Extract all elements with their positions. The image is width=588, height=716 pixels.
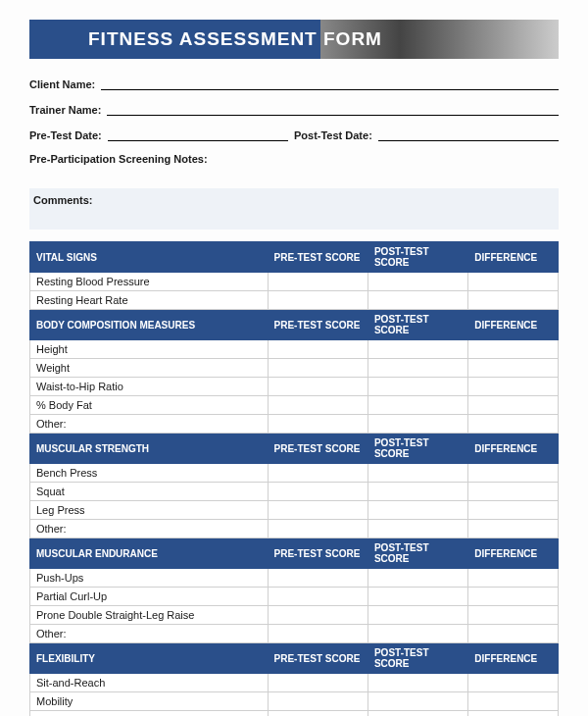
table-row: Leg Press xyxy=(30,501,559,520)
pre-score-cell[interactable] xyxy=(268,588,368,606)
table-row: Sit-and-Reach xyxy=(30,674,559,692)
pre-test-date-label: Pre-Test Date: xyxy=(29,129,102,141)
pre-score-cell[interactable] xyxy=(268,359,368,378)
difference-cell[interactable] xyxy=(468,378,559,396)
pre-test-date-input[interactable] xyxy=(108,128,288,141)
post-score-cell[interactable] xyxy=(368,674,467,692)
col-pre: PRE-TEST SCORE xyxy=(268,434,368,464)
col-pre: PRE-TEST SCORE xyxy=(268,242,368,273)
post-score-cell[interactable] xyxy=(368,483,467,501)
post-score-cell[interactable] xyxy=(368,464,467,483)
table-row: Other: xyxy=(30,520,559,538)
metric-name: Squat xyxy=(30,483,269,501)
post-score-cell[interactable] xyxy=(368,692,467,711)
trainer-name-label: Trainer Name: xyxy=(29,104,101,116)
client-name-row: Client Name: xyxy=(29,77,559,90)
col-pre: PRE-TEST SCORE xyxy=(268,310,368,340)
metric-name: Weight xyxy=(30,359,269,378)
post-test-date-input[interactable] xyxy=(378,128,559,141)
post-score-cell[interactable] xyxy=(368,569,467,588)
metric-name: Other: xyxy=(30,625,269,643)
difference-cell[interactable] xyxy=(468,340,559,359)
section-title: MUSCULAR ENDURANCE xyxy=(30,538,269,569)
section-header: VITAL SIGNSPRE-TEST SCOREPOST-TEST SCORE… xyxy=(30,242,559,273)
table-row: Other: xyxy=(30,415,559,434)
post-score-cell[interactable] xyxy=(368,359,467,378)
post-score-cell[interactable] xyxy=(368,273,467,291)
client-name-input[interactable] xyxy=(101,77,559,90)
table-row: Resting Heart Rate xyxy=(30,291,559,310)
difference-cell[interactable] xyxy=(468,711,559,717)
pre-score-cell[interactable] xyxy=(268,464,368,483)
col-post: POST-TEST SCORE xyxy=(368,242,467,273)
post-score-cell[interactable] xyxy=(368,378,467,396)
difference-cell[interactable] xyxy=(468,588,559,606)
trainer-name-input[interactable] xyxy=(107,102,559,116)
post-score-cell[interactable] xyxy=(368,520,467,538)
post-score-cell[interactable] xyxy=(368,291,467,310)
difference-cell[interactable] xyxy=(468,291,559,310)
post-score-cell[interactable] xyxy=(368,340,467,359)
pre-score-cell[interactable] xyxy=(268,520,368,538)
pre-score-cell[interactable] xyxy=(268,378,368,396)
pre-score-cell[interactable] xyxy=(268,501,368,520)
difference-cell[interactable] xyxy=(468,692,559,711)
section-header: MUSCULAR ENDURANCEPRE-TEST SCOREPOST-TES… xyxy=(30,538,559,569)
table-row: Prone Double Straight-Leg Raise xyxy=(30,606,559,625)
pre-score-cell[interactable] xyxy=(268,415,368,434)
post-test-date-label: Post-Test Date: xyxy=(294,129,372,141)
difference-cell[interactable] xyxy=(468,359,559,378)
difference-cell[interactable] xyxy=(468,569,559,588)
table-row: Bench Press xyxy=(30,464,559,483)
metric-name: Prone Double Straight-Leg Raise xyxy=(30,606,269,625)
metric-name: Leg Press xyxy=(30,501,269,520)
post-score-cell[interactable] xyxy=(368,588,467,606)
pre-score-cell[interactable] xyxy=(268,625,368,643)
metric-name: Waist-to-Hip Ratio xyxy=(30,378,269,396)
difference-cell[interactable] xyxy=(468,464,559,483)
post-score-cell[interactable] xyxy=(368,396,467,415)
pre-score-cell[interactable] xyxy=(268,291,368,310)
difference-cell[interactable] xyxy=(468,273,559,291)
post-score-cell[interactable] xyxy=(368,606,467,625)
section-header: MUSCULAR STRENGTHPRE-TEST SCOREPOST-TEST… xyxy=(30,434,559,464)
pre-score-cell[interactable] xyxy=(268,396,368,415)
section-title: BODY COMPOSITION MEASURES xyxy=(30,310,269,340)
difference-cell[interactable] xyxy=(468,625,559,643)
metric-name: Sit-and-Reach xyxy=(30,674,269,692)
comments-block: Comments: xyxy=(29,188,559,230)
metric-name: Partial Curl-Up xyxy=(30,588,269,606)
difference-cell[interactable] xyxy=(468,520,559,538)
col-diff: DIFFERENCE xyxy=(468,643,559,674)
section-header: FLEXIBILITYPRE-TEST SCOREPOST-TEST SCORE… xyxy=(30,643,559,674)
pre-score-cell[interactable] xyxy=(268,340,368,359)
post-score-cell[interactable] xyxy=(368,625,467,643)
col-post: POST-TEST SCORE xyxy=(368,310,467,340)
table-row: Push-Ups xyxy=(30,569,559,588)
difference-cell[interactable] xyxy=(468,606,559,625)
post-score-cell[interactable] xyxy=(368,501,467,520)
col-diff: DIFFERENCE xyxy=(468,242,559,273)
pre-score-cell[interactable] xyxy=(268,483,368,501)
pre-score-cell[interactable] xyxy=(268,711,368,717)
difference-cell[interactable] xyxy=(468,674,559,692)
post-score-cell[interactable] xyxy=(368,415,467,434)
difference-cell[interactable] xyxy=(468,415,559,434)
metric-name: Height xyxy=(30,340,269,359)
post-score-cell[interactable] xyxy=(368,711,467,717)
difference-cell[interactable] xyxy=(468,396,559,415)
pre-score-cell[interactable] xyxy=(268,273,368,291)
title-banner: FITNESS ASSESSMENT FORM xyxy=(29,20,559,59)
metric-name: Resting Blood Pressure xyxy=(30,273,269,291)
pre-score-cell[interactable] xyxy=(268,674,368,692)
pre-score-cell[interactable] xyxy=(268,606,368,625)
table-row: Resting Blood Pressure xyxy=(30,273,559,291)
table-row: Waist-to-Hip Ratio xyxy=(30,378,559,396)
difference-cell[interactable] xyxy=(468,501,559,520)
table-row: Partial Curl-Up xyxy=(30,588,559,606)
difference-cell[interactable] xyxy=(468,483,559,501)
metric-name: % Body Fat xyxy=(30,396,269,415)
pre-score-cell[interactable] xyxy=(268,569,368,588)
pre-score-cell[interactable] xyxy=(268,692,368,711)
table-row: Mobility xyxy=(30,692,559,711)
